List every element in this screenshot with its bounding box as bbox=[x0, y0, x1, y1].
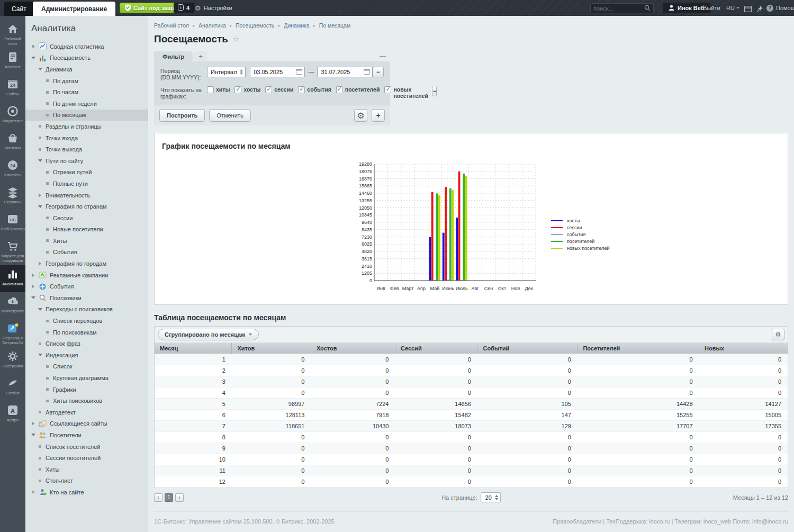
breadcrumb-item[interactable]: Посещаемость bbox=[236, 22, 274, 29]
search-input[interactable] bbox=[593, 5, 644, 12]
table-row[interactable]: 3000000 bbox=[155, 376, 788, 387]
column-header[interactable]: Событий bbox=[477, 343, 578, 354]
sidebar-item-список[interactable]: Список bbox=[25, 361, 148, 373]
rail-item-desktop[interactable]: Рабочий стол bbox=[0, 20, 25, 48]
rail-item-marketing[interactable]: Маркетинг bbox=[0, 102, 25, 129]
column-header[interactable]: Месяц bbox=[155, 343, 232, 354]
expand-arrow-icon[interactable] bbox=[38, 205, 42, 208]
sidebar-item-сессии-посетителей[interactable]: Сессии посетителей bbox=[25, 452, 148, 464]
column-header[interactable]: Посетителей bbox=[578, 343, 699, 354]
pin-icon[interactable] bbox=[757, 5, 763, 14]
next-page-button[interactable]: › bbox=[175, 493, 184, 502]
sidebar-item-пути-по-сайту[interactable]: Пути по сайту bbox=[25, 155, 148, 167]
date-to-input[interactable] bbox=[321, 69, 363, 75]
table-settings-button[interactable]: ⚙ bbox=[772, 329, 784, 340]
table-row[interactable]: 10000000 bbox=[155, 454, 788, 465]
group-by-month-button[interactable]: Сгруппировано по месяцам bbox=[158, 329, 259, 340]
per-page-select[interactable]: 20 bbox=[481, 492, 501, 502]
sidebar-item-полные-пути[interactable]: Полные пути bbox=[25, 178, 148, 190]
sidebar-item-хиты[interactable]: Хиты bbox=[25, 464, 148, 475]
collapse-arrow-icon[interactable] bbox=[31, 284, 35, 288]
sidebar-item-графики[interactable]: Графики bbox=[25, 384, 148, 395]
expand-arrow-icon[interactable] bbox=[38, 68, 42, 70]
calendar-icon[interactable] bbox=[296, 67, 302, 77]
sidebar-item-география-по-городам[interactable]: География по городам bbox=[25, 258, 148, 269]
sidebar-item-по-часам[interactable]: По часам bbox=[25, 86, 148, 98]
sidebar-item-переходы-с-поисковиков[interactable]: Переходы с поисковиков bbox=[25, 304, 148, 315]
period-type-select[interactable]: Интервал bbox=[207, 67, 246, 77]
rail-item-sellermarket[interactable]: Маркет для продавцов bbox=[0, 237, 25, 265]
checkbox-хосты[interactable] bbox=[234, 86, 241, 93]
date-from-input[interactable] bbox=[254, 69, 296, 75]
rail-item-marketplace[interactable]: Marketplace bbox=[0, 292, 25, 319]
sidebar-item-кто-на-сайте[interactable]: Кто на сайте bbox=[25, 486, 148, 498]
sidebar-item-новые-посетители[interactable]: Новые посетители bbox=[25, 224, 148, 236]
sidebar-item-рекламные-кампании[interactable]: Рекламные кампании bbox=[25, 269, 148, 281]
tab-administration[interactable]: Администрирование bbox=[33, 2, 115, 16]
sidebar-item-разделы-и-страницы[interactable]: Разделы и страницы bbox=[25, 121, 148, 132]
rail-item-sotbit[interactable]: Сотбит bbox=[0, 374, 25, 401]
table-row[interactable]: 12000000 bbox=[155, 476, 788, 488]
sidebar-item-по-дням-недели[interactable]: По дням недели bbox=[25, 98, 148, 110]
expand-arrow-icon[interactable] bbox=[38, 159, 42, 162]
sidebar-item-по-датам[interactable]: По датам bbox=[25, 75, 148, 87]
current-page-button[interactable]: 1 bbox=[165, 493, 173, 502]
tab-site[interactable]: Сайт bbox=[4, 2, 34, 16]
sidebar-item-индексация[interactable]: Индексация bbox=[25, 349, 148, 361]
sidebar-item-внимательность[interactable]: Внимательность bbox=[25, 190, 148, 201]
collapse-arrow-icon[interactable] bbox=[31, 421, 35, 426]
collapse-arrow-icon[interactable] bbox=[31, 273, 35, 277]
cancel-button[interactable]: Отменить bbox=[209, 109, 250, 122]
expand-arrow-icon[interactable] bbox=[31, 296, 35, 299]
logout-link[interactable]: Выйти bbox=[703, 0, 720, 16]
sidebar-item-список-фраз[interactable]: Список фраз bbox=[25, 338, 148, 349]
sidebar-item-посещаемость[interactable]: Посещаемость bbox=[25, 52, 148, 64]
rail-item-settings[interactable]: Настройки bbox=[0, 347, 25, 374]
filter-tab[interactable]: Фильтр bbox=[154, 51, 193, 61]
sidebar-item-круговая-диаграмма[interactable]: Круговая диаграмма bbox=[25, 372, 148, 384]
table-row[interactable]: 8000000 bbox=[155, 432, 788, 443]
sidebar-item-посетители[interactable]: Посетители bbox=[25, 429, 148, 441]
sidebar-item-поисковики[interactable]: Поисковики bbox=[25, 292, 148, 304]
table-row[interactable]: 4000000 bbox=[155, 387, 788, 399]
expand-arrow-icon[interactable] bbox=[38, 308, 42, 311]
checkbox-посетителей[interactable] bbox=[336, 86, 343, 93]
remove-period-field-button[interactable]: − bbox=[373, 67, 384, 77]
sidebar-item-список-посетителей[interactable]: Список посетителей bbox=[25, 441, 148, 453]
sidebar-item-по-месяцам[interactable]: По месяцам bbox=[25, 110, 148, 121]
table-row[interactable]: 711865110430180731291770717355 bbox=[155, 421, 788, 432]
sidebar-item-хиты[interactable]: Хиты bbox=[25, 235, 148, 247]
rail-item-services[interactable]: Сервисы bbox=[0, 183, 25, 210]
sidebar-item-по-поисковикам[interactable]: По поисковикам bbox=[25, 327, 148, 338]
sidebar-item-динамика[interactable]: Динамика bbox=[25, 64, 148, 75]
sidebar-item-отрезки-путей[interactable]: Отрезки путей bbox=[25, 167, 148, 178]
filter-settings-button[interactable]: ⚙ bbox=[354, 109, 367, 122]
checkbox-события[interactable] bbox=[298, 86, 305, 93]
table-row[interactable]: 5989977224146561051442814127 bbox=[155, 399, 788, 410]
column-header[interactable]: Хитов bbox=[232, 343, 311, 354]
rail-item-clients[interactable]: 24Клиенты bbox=[0, 156, 25, 183]
language-selector[interactable]: RU bbox=[726, 0, 739, 16]
breadcrumb-item[interactable]: Динамика bbox=[284, 22, 309, 29]
add-filter-field-button[interactable]: + bbox=[372, 109, 385, 122]
topbar-settings-button[interactable]: ⚙ Настройки bbox=[195, 0, 232, 16]
notifications-counter[interactable]: i 4 bbox=[174, 3, 194, 13]
table-row[interactable]: 9000000 bbox=[155, 443, 788, 454]
remove-show-field-button[interactable]: − bbox=[432, 86, 437, 96]
table-row[interactable]: 11000000 bbox=[155, 465, 788, 476]
checkbox-новых-посетителей[interactable] bbox=[384, 86, 391, 93]
sidebar-item-сводная-статистика[interactable]: Сводная статистика bbox=[25, 41, 148, 52]
rail-item-aspro[interactable]: AАспро bbox=[0, 401, 25, 428]
filter-collapse-button[interactable]: — bbox=[380, 52, 386, 60]
table-row[interactable]: 2000000 bbox=[155, 365, 788, 376]
column-header[interactable]: Хостов bbox=[311, 343, 395, 354]
help-button[interactable]: ? Помощь bbox=[766, 0, 794, 16]
rail-item-webspace[interactable]: СБВебПростор bbox=[0, 210, 25, 237]
checkbox-сессии[interactable] bbox=[265, 86, 272, 93]
column-header[interactable]: Новых bbox=[699, 343, 788, 354]
expand-arrow-icon[interactable] bbox=[31, 434, 35, 436]
sidebar-item-география-по-странам[interactable]: География по странам bbox=[25, 201, 148, 212]
breadcrumb-item[interactable]: Рабочий стол bbox=[154, 22, 189, 29]
favorite-star-icon[interactable]: ☆ bbox=[232, 34, 239, 44]
sidebar-item-события[interactable]: События bbox=[25, 247, 148, 258]
